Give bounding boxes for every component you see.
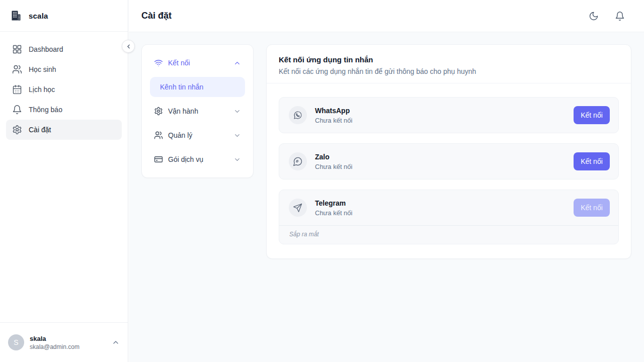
app-name: WhatsApp <box>315 107 574 115</box>
app-status: Chưa kết nối <box>315 209 574 217</box>
settings-nav-section-management[interactable]: Quản lý <box>148 123 247 147</box>
app-texts: Zalo Chưa kết nối <box>315 153 574 170</box>
sidebar-item-settings[interactable]: Cài đặt <box>6 120 122 140</box>
connect-telegram-button: Kết nối <box>574 199 610 217</box>
building-icon <box>10 10 22 22</box>
card-subtitle: Kết nối các ứng dụng nhắn tin để gửi thô… <box>279 67 619 75</box>
settings-nav-item-label: Kênh tin nhắn <box>160 83 203 91</box>
app-texts: WhatsApp Chưa kết nối <box>315 107 574 124</box>
moon-icon[interactable] <box>589 11 599 21</box>
settings-nav-section-label: Gói dịch vụ <box>168 155 203 163</box>
app-name: Telegram <box>315 199 574 207</box>
chevron-up-icon <box>112 338 120 346</box>
settings-nav-item-message-channels[interactable]: Kênh tin nhắn <box>150 77 245 97</box>
app-row-zalo: Zalo Chưa kết nối Kết nối <box>279 143 619 179</box>
coming-soon-note: Sắp ra mắt <box>279 225 618 244</box>
app-row-whatsapp: WhatsApp Chưa kết nối Kết nối <box>279 97 619 133</box>
avatar: S <box>8 334 24 350</box>
brand: scala <box>0 0 128 32</box>
app-root: scala Dashboard Học <box>0 0 644 362</box>
messaging-connections-card: Kết nối ứng dụng tin nhắn Kết nối các ứn… <box>266 44 631 259</box>
app-row-main: Zalo Chưa kết nối Kết nối <box>279 144 618 179</box>
chevron-left-icon <box>125 43 132 50</box>
app-row-main: Telegram Chưa kết nối Kết nối <box>279 190 618 225</box>
card-header: Kết nối ứng dụng tin nhắn Kết nối các ứn… <box>267 45 631 83</box>
user-menu[interactable]: S skala skala@admin.com <box>0 322 128 362</box>
sidebar-collapse-button[interactable] <box>122 40 135 53</box>
settings-nav-section-connect[interactable]: Kết nối <box>148 53 247 73</box>
card-title: Kết nối ứng dụng tin nhắn <box>279 55 619 64</box>
whatsapp-icon <box>289 106 307 124</box>
sidebar-item-label: Lịch học <box>29 85 55 94</box>
telegram-icon <box>289 199 307 217</box>
settings-nav-section-operations[interactable]: Vận hành <box>148 99 247 123</box>
sidebar-item-notifications[interactable]: Thông báo <box>6 100 122 120</box>
connect-zalo-button[interactable]: Kết nối <box>574 152 610 170</box>
app-texts: Telegram Chưa kết nối <box>315 199 574 217</box>
app-row-telegram: Telegram Chưa kết nối Kết nối Sắp ra mắt <box>279 190 619 244</box>
sidebar-item-label: Thông báo <box>29 106 62 114</box>
credit-card-icon <box>154 155 163 164</box>
page-title: Cài đặt <box>141 11 172 21</box>
sidebar-item-label: Dashboard <box>29 45 63 53</box>
user-name: skala <box>30 335 106 342</box>
gear-icon <box>12 125 22 135</box>
zalo-icon <box>289 152 307 170</box>
sidebar-item-dashboard[interactable]: Dashboard <box>6 39 122 59</box>
card-body: WhatsApp Chưa kết nối Kết nối <box>267 83 631 258</box>
user-meta: skala skala@admin.com <box>30 335 106 350</box>
chevron-down-icon <box>233 108 241 115</box>
app-status: Chưa kết nối <box>315 117 574 124</box>
brand-name: scala <box>29 12 48 20</box>
chevron-down-icon <box>233 156 241 163</box>
topbar-actions <box>589 11 625 21</box>
app-status: Chưa kết nối <box>315 163 574 170</box>
connect-whatsapp-button[interactable]: Kết nối <box>574 106 610 124</box>
bell-icon <box>12 105 22 115</box>
topbar: Cài đặt <box>129 0 644 32</box>
settings-nav-card: Kết nối Kênh tin nhắn Vận hành <box>141 44 254 178</box>
sidebar: scala Dashboard Học <box>0 0 128 362</box>
settings-nav-section-label: Kết nối <box>168 59 190 67</box>
bell-icon[interactable] <box>615 11 625 21</box>
user-email: skala@admin.com <box>30 343 106 350</box>
chevron-up-icon <box>233 59 241 67</box>
calendar-icon <box>12 84 22 95</box>
app-name: Zalo <box>315 153 574 161</box>
chevron-down-icon <box>233 132 241 139</box>
users-icon <box>154 131 163 140</box>
wifi-icon <box>154 58 163 67</box>
settings-nav-section-label: Vận hành <box>168 107 198 115</box>
gear-icon <box>154 107 163 116</box>
sidebar-item-schedule[interactable]: Lịch học <box>6 79 122 100</box>
sidebar-item-students[interactable]: Học sinh <box>6 59 122 79</box>
sidebar-nav: Dashboard Học sinh Lịch <box>0 32 128 322</box>
content-area: Kết nối Kênh tin nhắn Vận hành <box>129 32 644 362</box>
settings-nav-section-label: Quản lý <box>168 131 192 139</box>
settings-nav-section-service-plans[interactable]: Gói dịch vụ <box>148 147 247 171</box>
sidebar-item-label: Học sinh <box>29 65 56 73</box>
sidebar-item-label: Cài đặt <box>29 126 51 134</box>
app-row-main: WhatsApp Chưa kết nối Kết nối <box>279 98 618 133</box>
grid-icon <box>12 44 22 54</box>
users-icon <box>12 64 22 74</box>
